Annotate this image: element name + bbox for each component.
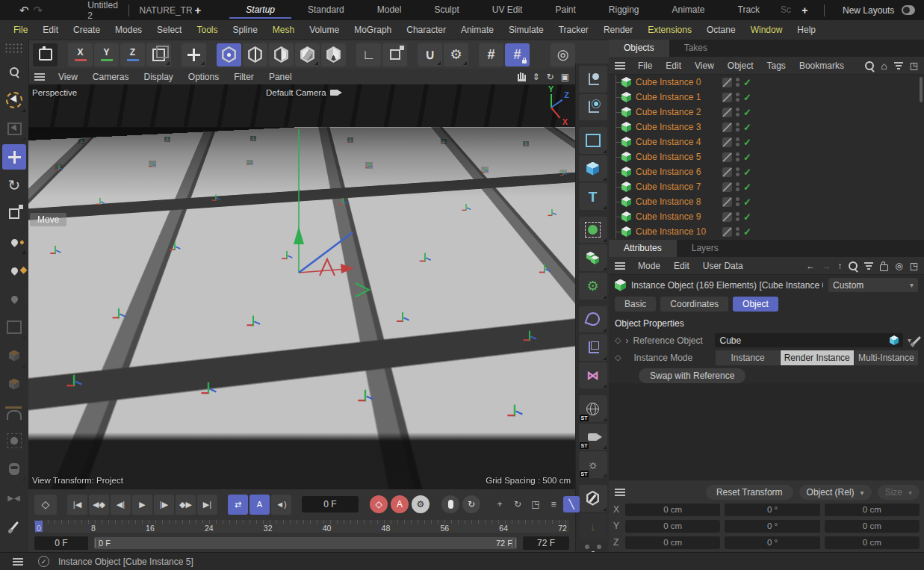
layout-tab[interactable]: UV Edit bbox=[476, 1, 539, 19]
transport-button[interactable]: |▶ bbox=[154, 495, 174, 515]
object-list-item[interactable]: Cube Instance 7 ✓ bbox=[609, 179, 924, 194]
enabled-check-icon[interactable]: ✓ bbox=[743, 107, 751, 118]
record-position-toggle[interactable]: + bbox=[492, 496, 508, 512]
bridge-tool-button[interactable] bbox=[2, 400, 26, 425]
knife-tool-button[interactable] bbox=[2, 513, 26, 539]
home-icon[interactable]: ⌂ bbox=[881, 60, 887, 72]
visibility-dots[interactable] bbox=[736, 123, 739, 131]
scale-field[interactable]: 0 cm bbox=[825, 520, 920, 533]
toggle-view-icon[interactable]: ▣ bbox=[561, 72, 569, 82]
effector-button[interactable]: ⚙ bbox=[579, 273, 607, 300]
hamburger-icon[interactable] bbox=[34, 73, 45, 81]
object-name[interactable]: Cube Instance 2 bbox=[636, 107, 722, 117]
keyframe-diamond-icon[interactable]: ◇ bbox=[615, 353, 621, 362]
lock-icon[interactable] bbox=[880, 264, 888, 271]
enabled-check-icon[interactable]: ✓ bbox=[743, 77, 751, 88]
scale-field[interactable]: 0 cm bbox=[825, 504, 920, 516]
preset-dropdown[interactable]: Custom ▾ bbox=[828, 278, 918, 292]
live-selection-button[interactable] bbox=[2, 87, 26, 113]
enabled-check-icon[interactable]: ✓ bbox=[743, 122, 751, 133]
add-layout-button[interactable]: + bbox=[801, 4, 807, 16]
dolly-icon[interactable]: ⇕ bbox=[533, 72, 540, 82]
object-list-item[interactable]: Cube Instance 5 ✓ bbox=[609, 149, 924, 164]
transport-button[interactable]: ▶ bbox=[132, 495, 152, 515]
object-list-item[interactable]: Cube Instance 6 ✓ bbox=[609, 164, 924, 179]
object-name[interactable]: Cube Instance 9 bbox=[636, 211, 722, 222]
objects-menu-item[interactable]: Object bbox=[721, 59, 760, 72]
axis-y-lock-button[interactable]: Y bbox=[94, 43, 119, 66]
cloner-button[interactable] bbox=[579, 217, 607, 244]
instance-mode-option[interactable]: Render Instance bbox=[781, 350, 854, 365]
objects-menu-item[interactable]: Tags bbox=[760, 59, 793, 72]
layout-tab[interactable]: Startup bbox=[229, 1, 291, 19]
popout-icon[interactable]: ◳ bbox=[910, 261, 918, 271]
viewport-menu-item[interactable]: Panel bbox=[261, 70, 300, 84]
objects-menu-item[interactable]: Bookmarks bbox=[793, 59, 851, 72]
rotation-field[interactable]: 0 ° bbox=[725, 536, 819, 549]
loop-playback-button[interactable]: ⇄ bbox=[228, 495, 248, 515]
keyframe-selection-toggle[interactable]: ╲ bbox=[563, 496, 580, 512]
axis-orientation-gizmo[interactable]: Y Z X bbox=[532, 89, 571, 128]
rotate-view-icon[interactable]: ↻ bbox=[547, 72, 554, 82]
enabled-check-icon[interactable]: ✓ bbox=[743, 167, 751, 178]
extrude-tool-button[interactable] bbox=[2, 343, 26, 368]
object-name[interactable]: Cube Instance 6 bbox=[636, 167, 722, 177]
object-list-item[interactable]: Cube Instance 2 ✓ bbox=[609, 105, 924, 120]
visibility-dots[interactable] bbox=[736, 227, 739, 236]
axis-modify-button[interactable]: ∟ bbox=[356, 43, 381, 66]
layer-toggle[interactable] bbox=[722, 152, 732, 162]
menu-item[interactable]: Spline bbox=[225, 22, 264, 38]
mirror-tool-button[interactable]: ▶◀ bbox=[2, 485, 26, 510]
transport-button[interactable]: ▶| bbox=[197, 495, 217, 515]
viewport-menu-item[interactable]: Filter bbox=[226, 70, 261, 84]
quantize-lock-button[interactable]: # bbox=[505, 43, 530, 66]
layer-toggle[interactable] bbox=[722, 182, 732, 192]
extrude-inner-button[interactable] bbox=[2, 371, 26, 397]
symmetry-button[interactable]: ⋈ bbox=[579, 362, 607, 389]
layer-toggle[interactable] bbox=[722, 212, 732, 222]
layer-toggle[interactable] bbox=[722, 137, 732, 147]
objects-menu-item[interactable]: File bbox=[631, 59, 659, 72]
set-keyframe-button[interactable]: ◇ bbox=[34, 495, 57, 515]
menu-item[interactable]: Render bbox=[596, 22, 640, 38]
viewport-menu-item[interactable]: View bbox=[51, 70, 85, 84]
object-name[interactable]: Cube Instance 3 bbox=[636, 122, 722, 132]
enabled-check-icon[interactable]: ✓ bbox=[743, 226, 751, 238]
stage-button[interactable]: ST bbox=[579, 424, 607, 450]
range-start-field[interactable]: 0 F bbox=[34, 536, 88, 550]
menu-item[interactable]: Tracker bbox=[551, 22, 596, 38]
eyedropper-icon[interactable] bbox=[913, 336, 921, 344]
sound-button[interactable]: ◄) bbox=[271, 495, 291, 515]
visibility-dots[interactable] bbox=[736, 137, 739, 146]
axis-x-lock-button[interactable]: X bbox=[68, 43, 93, 66]
autokey-frame-button[interactable]: A bbox=[249, 495, 270, 515]
keying-settings-button[interactable]: ⚙ bbox=[412, 495, 430, 513]
view-label[interactable]: Perspective bbox=[32, 88, 77, 97]
layer-toggle[interactable] bbox=[722, 78, 732, 87]
light-button[interactable]: ☼ST bbox=[579, 451, 607, 478]
object-list-item[interactable]: Cube Instance 8 ✓ bbox=[609, 194, 924, 209]
enabled-check-icon[interactable]: ✓ bbox=[743, 137, 751, 148]
quantize-button[interactable]: # bbox=[479, 43, 503, 66]
record-keyframe-button[interactable]: ◇ bbox=[370, 495, 388, 513]
redo-icon[interactable]: ↷ bbox=[34, 4, 43, 17]
hamburger-icon[interactable] bbox=[615, 62, 625, 69]
enabled-check-icon[interactable]: ✓ bbox=[743, 152, 751, 163]
object-name[interactable]: Cube Instance 5 bbox=[636, 152, 722, 162]
viewport-menu-item[interactable]: Display bbox=[136, 70, 180, 84]
layer-toggle[interactable] bbox=[722, 93, 732, 102]
attribute-section-tab[interactable]: Coordinates bbox=[660, 297, 728, 312]
tab-takes[interactable]: Takes bbox=[669, 40, 722, 57]
instance-button[interactable] bbox=[579, 334, 607, 361]
enabled-check-icon[interactable]: ✓ bbox=[743, 196, 751, 208]
solo-mode-button[interactable]: ◎ bbox=[551, 43, 575, 66]
attributes-menu-item[interactable]: User Data bbox=[696, 259, 750, 273]
enabled-check-icon[interactable]: ✓ bbox=[743, 92, 751, 103]
material-edit-button[interactable] bbox=[579, 485, 607, 512]
attributes-menu-item[interactable]: Edit bbox=[667, 259, 696, 273]
visibility-dots[interactable] bbox=[736, 182, 739, 191]
layer-toggle[interactable] bbox=[722, 197, 732, 207]
enabled-check-icon[interactable]: ✓ bbox=[743, 182, 751, 193]
search-icon[interactable] bbox=[865, 61, 874, 70]
menu-item[interactable]: Character bbox=[399, 22, 453, 38]
